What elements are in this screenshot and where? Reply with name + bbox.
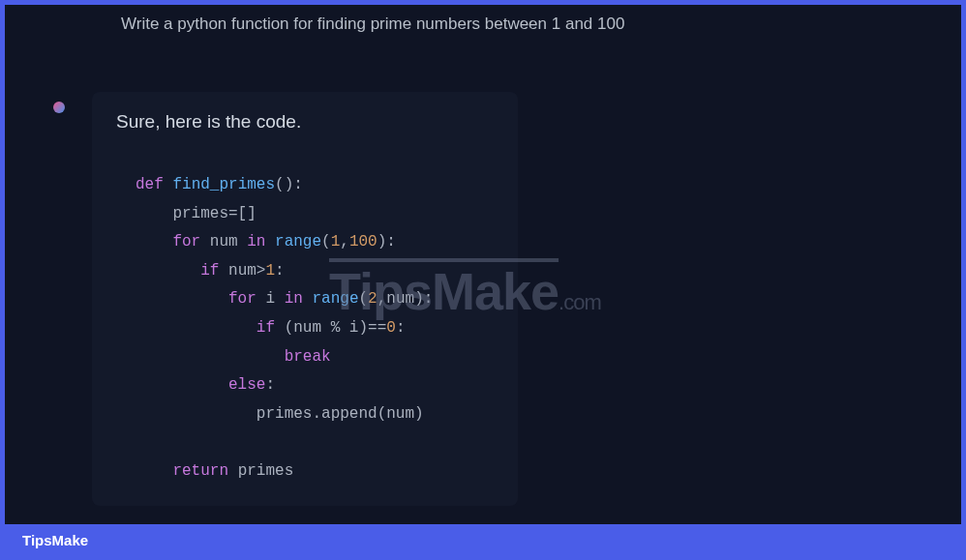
- content-area: Write a python function for finding prim…: [5, 5, 961, 521]
- code-function-name: find_primes: [172, 176, 275, 193]
- code-text: primes: [238, 462, 294, 480]
- footer-brand: TipsMake: [22, 532, 88, 548]
- code-text: primes.append(num): [257, 405, 424, 423]
- code-text: ,: [377, 290, 387, 308]
- code-text: ):: [414, 290, 433, 308]
- code-text: num: [386, 290, 414, 308]
- assistant-avatar-icon: [53, 102, 65, 113]
- code-keyword: for: [228, 290, 257, 308]
- user-prompt: Write a python function for finding prim…: [121, 15, 922, 34]
- code-text: :: [396, 319, 406, 337]
- code-text: num>: [228, 262, 265, 280]
- footer-bar: TipsMake: [5, 524, 961, 555]
- response-intro-text: Sure, here is the code.: [116, 111, 494, 133]
- code-text: i: [265, 290, 275, 308]
- code-text: ):: [377, 233, 396, 251]
- code-builtin: range: [312, 290, 358, 308]
- code-text: :: [265, 376, 275, 394]
- code-number: 100: [349, 233, 377, 251]
- code-block[interactable]: def find_primes(): primes=[] for num in …: [116, 171, 494, 486]
- code-keyword: def: [136, 176, 164, 193]
- code-text: ,: [340, 233, 349, 251]
- response-content: Sure, here is the code. def find_primes(…: [92, 92, 518, 506]
- response-row: Sure, here is the code. def find_primes(…: [53, 92, 922, 506]
- code-number: 1: [331, 233, 341, 251]
- code-keyword: break: [285, 348, 331, 366]
- code-keyword: if: [257, 319, 275, 337]
- code-keyword: return: [172, 462, 228, 480]
- code-builtin: range: [275, 233, 321, 251]
- code-keyword: if: [200, 262, 219, 280]
- code-text: (: [321, 233, 331, 251]
- code-keyword: for: [172, 233, 200, 251]
- code-text: num: [210, 233, 238, 251]
- code-text: (: [358, 290, 368, 308]
- code-number: 2: [368, 290, 377, 308]
- code-text: ():: [275, 176, 303, 193]
- code-text: primes=[]: [172, 205, 256, 222]
- code-keyword: in: [285, 290, 303, 308]
- code-text: :: [275, 262, 285, 280]
- code-keyword: in: [247, 233, 265, 251]
- code-text: (num % i)==: [285, 319, 387, 337]
- code-number: 1: [265, 262, 275, 280]
- code-number: 0: [386, 319, 396, 337]
- code-keyword: else: [228, 376, 265, 394]
